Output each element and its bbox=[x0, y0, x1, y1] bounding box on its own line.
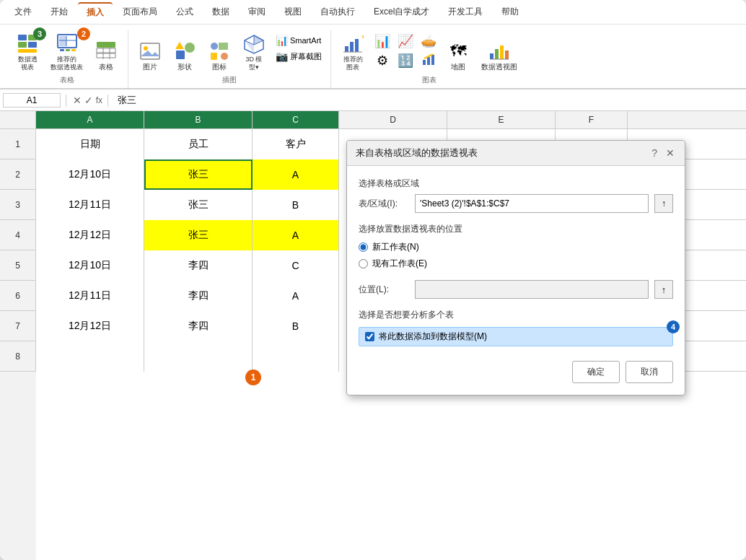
waterfall-chart-button[interactable]: 🔢 bbox=[395, 51, 416, 70]
cancel-button[interactable]: 取消 bbox=[626, 361, 673, 383]
data-model-checkbox[interactable] bbox=[365, 332, 374, 341]
combo-chart-button[interactable] bbox=[418, 51, 439, 70]
col-header-e[interactable]: E bbox=[447, 111, 556, 128]
cell-b7[interactable]: 李四 bbox=[144, 311, 253, 341]
col-header-c[interactable]: C bbox=[253, 111, 339, 128]
cell-a8[interactable] bbox=[36, 341, 144, 372]
cell-b2[interactable]: 张三 bbox=[144, 159, 253, 190]
cell-a5[interactable]: 12月10日 bbox=[36, 250, 144, 281]
cell-c1[interactable]: 客户 bbox=[253, 129, 339, 159]
svg-rect-38 bbox=[423, 60, 426, 65]
pivot-chart-button[interactable]: 数据透视图 bbox=[477, 38, 522, 74]
tab-file[interactable]: 文件 bbox=[6, 3, 40, 21]
cell-a7[interactable]: 12月12日 bbox=[36, 311, 144, 341]
shapes-button[interactable]: 形状 bbox=[169, 38, 201, 74]
cancel-formula-icon[interactable]: ✕ bbox=[73, 95, 82, 106]
cell-b1[interactable]: 员工 bbox=[144, 129, 253, 159]
pivot-table-dialog[interactable]: 来自表格或区域的数据透视表 ? ✕ 选择表格或区域 表/区域(I): ↑ bbox=[346, 140, 685, 395]
tab-page-layout[interactable]: 页面布局 bbox=[114, 3, 166, 21]
tab-view[interactable]: 视图 bbox=[276, 3, 310, 21]
3d-model-button[interactable]: 3D 模型▾ bbox=[238, 30, 270, 74]
pivot-chart-icon bbox=[488, 40, 511, 63]
col-header-f[interactable]: F bbox=[556, 111, 628, 128]
line-chart-button[interactable]: 📈 bbox=[395, 32, 416, 51]
cell-b6[interactable]: 李四 bbox=[144, 281, 253, 311]
screenshot-label: 屏幕截图 bbox=[290, 51, 322, 62]
col-header-b[interactable]: B bbox=[144, 111, 253, 128]
section3-label: 选择是否想要分析多个表 bbox=[359, 309, 673, 321]
svg-rect-44 bbox=[505, 51, 509, 59]
tab-insert[interactable]: 插入 bbox=[78, 2, 113, 22]
formula-input[interactable] bbox=[115, 95, 743, 105]
cell-a4[interactable]: 12月12日 bbox=[36, 220, 144, 250]
cell-c5[interactable]: C bbox=[253, 250, 339, 281]
recommended-charts-button[interactable]: ★ 推荐的图表 bbox=[337, 30, 369, 74]
shapes-label: 形状 bbox=[177, 63, 192, 71]
cell-c6[interactable]: A bbox=[253, 281, 339, 311]
row-header-3[interactable]: 3 bbox=[0, 190, 36, 220]
icons-button[interactable]: 图标 bbox=[203, 38, 235, 74]
formula-icons: ✕ ✓ fx bbox=[73, 95, 102, 106]
table-range-input[interactable] bbox=[415, 194, 649, 213]
dialog-help-button[interactable]: ? bbox=[650, 147, 659, 159]
svg-marker-22 bbox=[175, 42, 184, 49]
cell-a1[interactable]: 日期 bbox=[36, 129, 144, 159]
ribbon-group-charts: ★ 推荐的图表 📊 📈 🥧 bbox=[331, 30, 527, 88]
tab-help[interactable]: 帮助 bbox=[493, 3, 527, 21]
insert-function-icon[interactable]: fx bbox=[96, 95, 102, 105]
cell-reference-input[interactable] bbox=[3, 93, 61, 108]
dialog-title-actions: ? ✕ bbox=[650, 147, 676, 159]
col-header-a[interactable]: A bbox=[36, 111, 144, 128]
screenshot-button[interactable]: 📷 屏幕截图 bbox=[273, 49, 325, 64]
cell-b8[interactable] bbox=[144, 341, 253, 372]
row-header-2[interactable]: 2 bbox=[0, 159, 36, 190]
cell-c7[interactable]: B bbox=[253, 311, 339, 341]
row-header-5[interactable]: 5 bbox=[0, 250, 36, 281]
ribbon-charts-items: ★ 推荐的图表 📊 📈 🥧 bbox=[337, 30, 522, 74]
confirm-formula-icon[interactable]: ✓ bbox=[84, 95, 93, 106]
svg-rect-6 bbox=[59, 36, 66, 46]
tab-automate[interactable]: 自动执行 bbox=[312, 3, 364, 21]
cell-b5[interactable]: 李四 bbox=[144, 250, 253, 281]
table-button[interactable]: 表格 bbox=[90, 38, 122, 74]
location-input[interactable] bbox=[415, 280, 649, 299]
tab-developer[interactable]: 开发工具 bbox=[439, 3, 491, 21]
cell-c3[interactable]: B bbox=[253, 190, 339, 220]
cell-b4[interactable]: 张三 bbox=[144, 220, 253, 250]
cell-b3[interactable]: 张三 bbox=[144, 190, 253, 220]
row-header-7[interactable]: 7 bbox=[0, 311, 36, 341]
cell-a3[interactable]: 12月11日 bbox=[36, 190, 144, 220]
cell-c8[interactable] bbox=[253, 341, 339, 372]
bar-chart-button[interactable]: 📊 bbox=[372, 32, 393, 51]
existing-worksheet-radio[interactable] bbox=[359, 259, 368, 268]
row-header-4[interactable]: 4 bbox=[0, 220, 36, 250]
tab-home[interactable]: 开始 bbox=[42, 3, 76, 21]
cell-a6[interactable]: 12月11日 bbox=[36, 281, 144, 311]
new-worksheet-radio[interactable] bbox=[359, 242, 368, 252]
svg-point-26 bbox=[221, 53, 228, 60]
smartart-button[interactable]: 📊 SmartArt bbox=[273, 33, 325, 48]
tab-review[interactable]: 审阅 bbox=[240, 3, 274, 21]
picture-button[interactable]: 图片 bbox=[134, 38, 166, 74]
table-range-picker-button[interactable]: ↑ bbox=[654, 194, 673, 213]
tab-data[interactable]: 数据 bbox=[203, 3, 238, 21]
map-button[interactable]: 🗺 地图 bbox=[442, 38, 474, 74]
icons-icon bbox=[208, 40, 231, 63]
tab-excel-learn[interactable]: Excel自学成才 bbox=[365, 3, 438, 21]
cell-c2[interactable]: A bbox=[253, 159, 339, 190]
section1-label: 选择表格或区域 bbox=[359, 178, 673, 190]
tab-formulas[interactable]: 公式 bbox=[167, 3, 202, 21]
svg-rect-34 bbox=[350, 42, 354, 52]
row-header-8[interactable]: 8 bbox=[0, 341, 36, 372]
ok-button[interactable]: 确定 bbox=[572, 361, 620, 383]
location-picker-button[interactable]: ↑ bbox=[654, 280, 673, 299]
line-chart-icon: 📈 bbox=[398, 33, 413, 49]
pie-chart-button[interactable]: 🥧 bbox=[418, 32, 439, 51]
scatter-chart-button[interactable]: ⚙ bbox=[372, 51, 393, 70]
dialog-close-button[interactable]: ✕ bbox=[664, 147, 676, 159]
row-header-6[interactable]: 6 bbox=[0, 281, 36, 311]
cell-c4[interactable]: A bbox=[253, 220, 339, 250]
col-header-d[interactable]: D bbox=[339, 111, 447, 128]
cell-a2[interactable]: 12月10日 bbox=[36, 159, 144, 190]
row-header-1[interactable]: 1 bbox=[0, 129, 36, 159]
